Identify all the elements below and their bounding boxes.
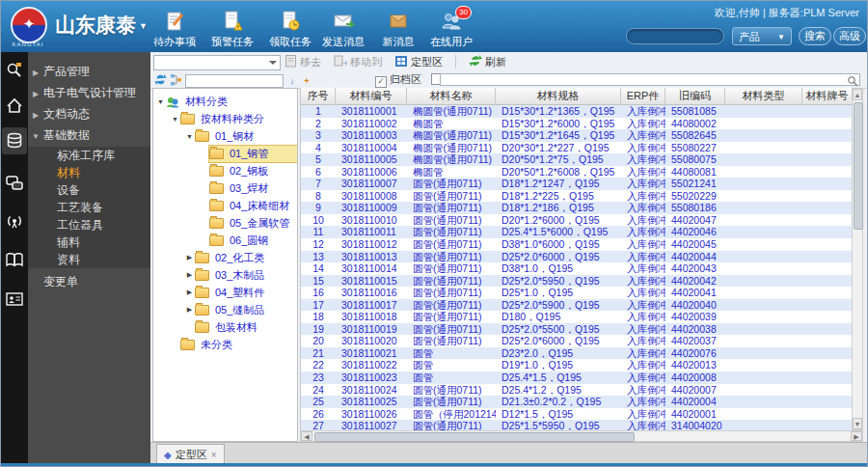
- table-row[interactable]: 173018110017圆管(通用0711)D25*2.0*5900，Q195入…: [301, 299, 853, 312]
- tree-node-02_钢板[interactable]: 02_钢板: [153, 162, 298, 179]
- nav-item-1[interactable]: 待办事项: [145, 10, 204, 49]
- sidebar-group-2[interactable]: ▶电子电气设计管理: [28, 83, 150, 102]
- tree-node-包装材料[interactable]: 包装材料: [153, 318, 298, 336]
- table-row[interactable]: 253018110025圆管(通用0711)D21.3±0.2*0.2，Q195…: [301, 396, 853, 408]
- table-row[interactable]: 73018110007圆管(通用0711)D18*1.2*1247，Q195入库…: [301, 178, 853, 190]
- nav-item-3[interactable]: 领取任务: [260, 10, 320, 49]
- tree-down-caret-icon[interactable]: ▼: [155, 98, 166, 105]
- nav-item-2[interactable]: 预警任务: [203, 10, 262, 49]
- column-header-材料编号[interactable]: 材料编号: [336, 88, 407, 104]
- table-row[interactable]: 133018110013圆管(通用0711)D25*2.0*6000，Q195入…: [301, 251, 853, 263]
- move-to-button[interactable]: 移动到: [334, 54, 382, 69]
- sidebar-item-材料[interactable]: 材料: [28, 164, 150, 181]
- search-category-dropdown[interactable]: 产品▼: [732, 27, 792, 45]
- vertical-scrollbar[interactable]: ▲ ▼: [852, 88, 863, 430]
- tree-down-caret-icon[interactable]: ▼: [184, 133, 195, 140]
- remove-button[interactable]: 移去: [285, 54, 321, 69]
- tree-right-caret-icon[interactable]: ▶: [184, 288, 195, 296]
- add-filter-button[interactable]: +: [301, 75, 312, 88]
- sidebar-group-5[interactable]: 变更单: [28, 272, 150, 291]
- advanced-search-button[interactable]: 高级: [833, 27, 866, 45]
- table-row[interactable]: 113018110011圆管(通用0711)D25.4*1.5*6000，Q19…: [301, 226, 853, 238]
- tab-close-icon[interactable]: ×: [211, 450, 217, 460]
- scroll-right-icon[interactable]: ▶: [851, 431, 862, 441]
- table-row[interactable]: 213018110021圆管D23*2.0，Q195入库倒冲44020076: [301, 347, 853, 360]
- table-row[interactable]: 53018110005椭圆管(通用0711)D20*50*1.2*75，Q195…: [301, 153, 853, 166]
- tree-node-按材料种类分[interactable]: ▼按材料种类分: [153, 110, 298, 127]
- table-row[interactable]: 263018110026圆管（停用201214，用301_D12*1.5，Q19…: [301, 408, 853, 421]
- sidebar-item-标准工序库[interactable]: 标准工序库: [28, 147, 150, 164]
- column-header-材料名称[interactable]: 材料名称: [407, 88, 496, 104]
- tree-right-caret-icon[interactable]: ▶: [184, 306, 195, 314]
- sidebar-item-辅料[interactable]: 辅料: [28, 234, 150, 251]
- sidebar-group-4[interactable]: ▼基础数据: [28, 125, 150, 145]
- nav-item-5[interactable]: 新消息: [368, 10, 428, 49]
- column-header-材料规格[interactable]: 材料规格: [496, 88, 621, 104]
- tree-node-06_圆钢[interactable]: 06_圆钢: [153, 232, 298, 249]
- quick-search-icon[interactable]: [5, 61, 24, 80]
- refresh-button[interactable]: 刷新: [469, 54, 506, 69]
- table-row[interactable]: 83018110008圆管(通用0711)D18*1.2*225，Q195入库倒…: [301, 190, 853, 203]
- library-icon[interactable]: [5, 251, 24, 270]
- tree-down-caret-icon[interactable]: ▼: [170, 116, 180, 123]
- global-search-input[interactable]: [626, 28, 724, 44]
- sidebar-item-资料[interactable]: 资料: [28, 251, 150, 268]
- tree-node-04_床椅细材[interactable]: 04_床椅细材: [153, 197, 298, 214]
- tree-node-03_木制品[interactable]: ▶03_木制品: [153, 266, 298, 284]
- vertical-scroll-thumb[interactable]: [854, 102, 863, 230]
- column-header-材料类型[interactable]: 材料类型: [725, 88, 802, 104]
- table-row[interactable]: 103018110010圆管(通用0711)D20*1.2*6000，Q195入…: [301, 214, 853, 227]
- horizontal-scrollbar[interactable]: ◀ ▶: [300, 430, 863, 442]
- column-header-材料牌号[interactable]: 材料牌号: [802, 88, 853, 104]
- tree-node-02_化工类[interactable]: ▶02_化工类: [153, 249, 298, 266]
- table-row[interactable]: 203018110020圆管(通用0711)D25*2.0*6000，Q195入…: [301, 335, 853, 347]
- broadcast-icon[interactable]: [5, 212, 24, 232]
- nav-item-6[interactable]: 30在线用户: [421, 10, 481, 49]
- table-row[interactable]: 153018110015圆管(通用0711)D25*2.0*5950，Q195入…: [301, 275, 853, 288]
- tree-node-未分类[interactable]: 未分类: [153, 336, 298, 353]
- sidebar-item-工位器具[interactable]: 工位器具: [28, 216, 150, 234]
- table-row[interactable]: 233018110023圆管D25.4*1.5，Q195入库倒冲44020008: [301, 371, 853, 384]
- tree-node-05_金属软管[interactable]: 05_金属软管: [153, 214, 298, 232]
- sidebar-group-3[interactable]: ▶文档动态: [28, 104, 150, 124]
- sidebar-item-设备[interactable]: 设备: [28, 181, 150, 199]
- table-row[interactable]: 243018110024圆管(通用0711)D25.4*1.2，Q195入库倒冲…: [301, 384, 853, 397]
- tree-node-04_塑料件[interactable]: ▶04_塑料件: [153, 284, 298, 301]
- table-row[interactable]: 183018110018圆管(通用0711)D180，Q195入库倒冲44020…: [301, 311, 853, 323]
- sidebar-item-工艺装备[interactable]: 工艺装备: [28, 199, 150, 216]
- nav-item-4[interactable]: 发送消息: [313, 10, 373, 49]
- sidebar-group-1[interactable]: ▶产品管理: [28, 62, 150, 81]
- table-row[interactable]: 33018110003椭圆管(通用0711)D15*30*1.2*1645，Q1…: [301, 129, 853, 142]
- tree-search-input[interactable]: [185, 74, 284, 88]
- scroll-up-icon[interactable]: ▲: [853, 89, 862, 100]
- table-row[interactable]: 223018110022圆管D19*1.0，Q195入库倒冲44020013: [301, 359, 853, 371]
- table-row[interactable]: 63018110006椭圆管D20*50*1.2*6008，Q195入库倒冲44…: [301, 166, 853, 179]
- column-header-ERP件[interactable]: ERP件: [621, 88, 665, 104]
- tab-fixed-area[interactable]: ◆ 定型区 ×: [156, 444, 225, 464]
- tree-node-05_缝制品[interactable]: ▶05_缝制品: [153, 301, 298, 318]
- tree-node-01_钢材[interactable]: ▼01_钢材: [153, 127, 298, 145]
- table-row[interactable]: 273018110027圆管(通用0711)D25*1.5*5950，Q195入…: [301, 420, 853, 430]
- column-header-序号[interactable]: 序号: [301, 88, 336, 104]
- panel-selector-dropdown[interactable]: [153, 55, 281, 70]
- search-down-button[interactable]: ↓: [286, 75, 298, 88]
- scroll-left-icon[interactable]: ◀: [301, 431, 312, 441]
- table-row[interactable]: 193018110019圆管(通用0711)D25*2.0*5500，Q195入…: [301, 323, 853, 336]
- table-row[interactable]: 43018110004椭圆管(通用0711)D20*30*1.2*227，Q19…: [301, 142, 853, 154]
- tree-node-01_钢管[interactable]: 01_钢管: [153, 145, 298, 162]
- horizontal-scroll-thumb[interactable]: [314, 432, 635, 442]
- table-row[interactable]: 23018110002椭圆管D15*30*1.2*6000，Q195入库倒冲44…: [301, 118, 853, 130]
- database-icon[interactable]: [5, 131, 24, 151]
- table-row[interactable]: 143018110014圆管(通用0711)D38*1.0，Q195入库倒冲44…: [301, 262, 853, 275]
- scroll-down-icon[interactable]: ▼: [853, 418, 862, 429]
- table-filter-input[interactable]: [440, 73, 860, 86]
- brand-title[interactable]: 山东康泰▼: [55, 12, 148, 39]
- tree-node-03_焊材[interactable]: 03_焊材: [153, 179, 298, 197]
- contacts-icon[interactable]: [5, 289, 24, 309]
- messages-icon[interactable]: [5, 174, 24, 193]
- fixed-area-button[interactable]: 定型区: [394, 55, 443, 69]
- table-row[interactable]: 123018110012圆管(通用0711)D38*1.0*6000，Q195入…: [301, 238, 853, 251]
- magnifier-icon[interactable]: [847, 73, 858, 85]
- table-row[interactable]: 13018110001椭圆管(通用0711)D15*30*1.2*1365，Q1…: [301, 105, 853, 118]
- table-row[interactable]: 93018110009圆管(通用0711)D18*1.2*186，Q195入库倒…: [301, 202, 853, 214]
